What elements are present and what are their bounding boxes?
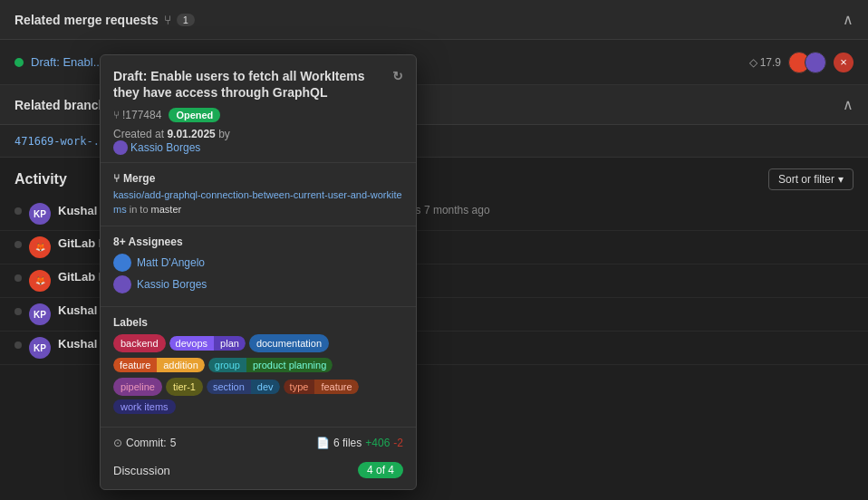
commits-count: 5 [170, 437, 177, 449]
mr-vote: ◇ 17.9 [749, 56, 781, 69]
popup-assignees-section: 8+ Assignees Matt D'Angelo Kassio Borges [101, 226, 416, 307]
popup-labels-section: Labels backend devopsplan documentation … [101, 307, 416, 428]
mr-title[interactable]: Draft: Enabl... [31, 55, 102, 69]
popup-title-row: Draft: Enable users to fetch all WorkIte… [113, 68, 403, 101]
file-icon: 📄 [316, 437, 330, 449]
commits-label: Commit: [126, 437, 167, 449]
chevron-down-icon: ▾ [838, 173, 844, 186]
label-type-feature: typefeature [284, 378, 359, 396]
commit-info: ⊙ Commit: 5 [113, 437, 176, 449]
discussion-label: Discussion [113, 464, 170, 477]
popup-discussion: Discussion 4 of 4 [101, 458, 416, 489]
labels-row-2: featureaddition groupproduct planning [113, 356, 403, 374]
avatar-kushal-1: KP [29, 203, 51, 225]
related-mr-section-header: Related merge requests ⑂ 1 ∧ [0, 0, 868, 40]
collapse-branches-button[interactable]: ∧ [843, 96, 854, 113]
commit-icon: ⊙ [113, 437, 122, 449]
lines-removed: -2 [393, 437, 403, 449]
labels-row-3: pipeline tier-1 sectiondev typefeature [113, 378, 403, 396]
labels-row-1: backend devopsplan documentation [113, 334, 403, 352]
mr-avatars [788, 52, 826, 73]
popup-stats: ⊙ Commit: 5 📄 6 files +406 -2 [101, 428, 416, 458]
label-tier1: tier-1 [166, 378, 203, 396]
popup-title-text: Draft: Enable users to fetch all WorkIte… [113, 68, 387, 101]
discussion-count-badge: 4 of 4 [358, 462, 403, 478]
label-group-pp: groupproduct planning [208, 356, 333, 374]
files-label: 6 files [333, 437, 362, 449]
popup-meta: ⑂ !177484 Opened [113, 108, 403, 122]
popup-header: Draft: Enable users to fetch all WorkIte… [101, 55, 416, 163]
popup-mr-number: ⑂ !177484 [113, 109, 161, 121]
refresh-icon[interactable]: ↻ [392, 68, 403, 84]
mr-detail-popup: Draft: Enable users to fetch all WorkIte… [100, 54, 417, 490]
activity-dot-5 [14, 341, 22, 349]
merge-icon-popup: ⑂ [113, 172, 120, 185]
assignee-avatar-2 [113, 275, 131, 293]
mr-status-dot [14, 58, 24, 67]
avatar-gitlab-bot-1: 🦊 [29, 236, 51, 258]
label-work-items: work items [113, 399, 176, 414]
avatar-2 [805, 52, 826, 73]
lines-added: +406 [365, 437, 390, 449]
assignee-item-2: Kassio Borges [113, 275, 403, 293]
assignee-name-2: Kassio Borges [137, 278, 207, 291]
popup-author: Kassio Borges [113, 140, 403, 155]
popup-created: Created at 9.01.2025 by Kassio Borges [113, 128, 403, 155]
popup-merge-section: ⑂ Merge kassio/add-graphql-connection-be… [101, 163, 416, 226]
label-feature-addition: featureaddition [113, 356, 205, 374]
merge-branch-text: kassio/add-graphql-connection-between-cu… [113, 188, 403, 216]
mr-count-badge: 1 [177, 14, 195, 26]
assignee-name-1: Matt D'Angelo [137, 256, 205, 269]
labels-row-4: work items [113, 399, 403, 414]
activity-dot-2 [14, 241, 22, 248]
sort-filter-label: Sort or filter [778, 173, 834, 186]
label-devops-plan: devopsplan [169, 334, 246, 352]
assignee-item-1: Matt D'Angelo [113, 254, 403, 272]
close-mr-button[interactable]: × [834, 53, 854, 72]
activity-dot-1 [14, 207, 22, 215]
collapse-mr-button[interactable]: ∧ [843, 11, 854, 28]
activity-dot-4 [14, 308, 22, 315]
avatar-kushal-3: KP [29, 337, 51, 359]
files-info: 📄 6 files +406 -2 [316, 437, 403, 449]
author-avatar [113, 140, 128, 155]
label-section-dev: sectiondev [207, 378, 280, 396]
section-title: Related merge requests [14, 13, 159, 27]
vote-value: 17.9 [760, 56, 781, 69]
activity-title: Activity [14, 171, 67, 188]
merge-icon: ⑂ [164, 13, 171, 27]
merge-title: ⑂ Merge [113, 172, 403, 185]
labels-title: Labels [113, 316, 403, 329]
label-backend: backend [113, 334, 166, 352]
vote-icon: ◇ [749, 56, 757, 69]
sort-filter-button[interactable]: Sort or filter ▾ [768, 168, 854, 190]
related-mr-header-left: Related merge requests ⑂ 1 [14, 13, 195, 27]
assignees-label: 8+ Assignees [113, 236, 403, 248]
label-documentation: documentation [249, 334, 329, 352]
avatar-kushal-2: KP [29, 303, 51, 325]
popup-status-badge: Opened [169, 108, 220, 122]
assignee-avatar-1 [113, 254, 131, 272]
merge-request-icon: ⑂ [113, 109, 120, 121]
mr-row-right: ◇ 17.9 × [749, 52, 854, 73]
avatar-gitlab-bot-2: 🦊 [29, 270, 51, 292]
activity-dot-3 [14, 274, 22, 282]
label-pipeline: pipeline [113, 378, 162, 396]
